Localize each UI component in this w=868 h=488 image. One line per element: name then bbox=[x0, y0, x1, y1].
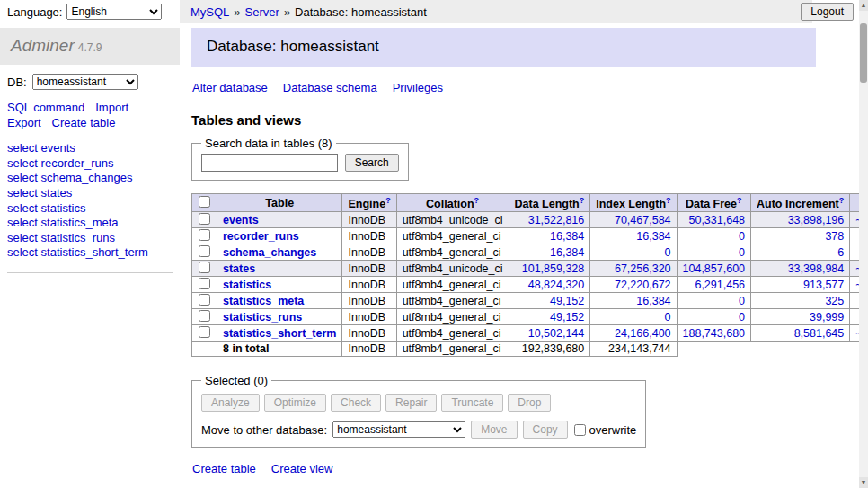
table-link-statistics[interactable]: statistics bbox=[223, 279, 271, 291]
breadcrumb-server[interactable]: Server bbox=[245, 5, 279, 19]
sidebar-select-statistics-runs[interactable]: select statistics_runs bbox=[7, 231, 173, 246]
sidebar-link-import[interactable]: Import bbox=[95, 101, 128, 114]
help-link[interactable]: ? bbox=[580, 196, 585, 205]
help-link[interactable]: ? bbox=[737, 196, 742, 205]
auto-increment-link[interactable]: 8,581,645 bbox=[794, 327, 845, 340]
link-create-table[interactable]: Create table bbox=[192, 462, 256, 475]
auto-increment-link[interactable]: 6 bbox=[837, 246, 844, 259]
sidebar-link-sql-command[interactable]: SQL command bbox=[7, 101, 84, 114]
index-length-link[interactable]: 67,256,320 bbox=[615, 262, 671, 275]
row-checkbox[interactable] bbox=[199, 310, 210, 322]
sidebar-select-statistics-meta[interactable]: select statistics_meta bbox=[7, 216, 173, 231]
index-length-link[interactable]: 0 bbox=[665, 311, 671, 324]
link-create-view[interactable]: Create view bbox=[271, 462, 333, 475]
index-length-link[interactable]: 16,384 bbox=[636, 230, 670, 243]
auto-increment-link[interactable]: 33,898,196 bbox=[788, 214, 845, 226]
help-link[interactable]: ? bbox=[474, 196, 480, 205]
index-length-link[interactable]: 70,467,584 bbox=[615, 214, 671, 226]
totals-empty-cell bbox=[192, 342, 217, 357]
help-link[interactable]: ? bbox=[385, 196, 391, 205]
move-button[interactable]: Move bbox=[471, 421, 517, 439]
auto-increment-link[interactable]: 33,398,984 bbox=[788, 262, 845, 275]
scrollbar-thumb[interactable] bbox=[860, 23, 867, 83]
data-free-link[interactable]: 6,291,456 bbox=[695, 279, 745, 291]
engine-cell: InnoDB bbox=[342, 261, 396, 277]
table-link-events[interactable]: events bbox=[223, 214, 259, 226]
table-link-states[interactable]: states bbox=[223, 262, 255, 275]
column-label: Collation bbox=[426, 198, 474, 210]
table-link-statistics-runs[interactable]: statistics_runs bbox=[223, 311, 302, 324]
copy-button[interactable]: Copy bbox=[523, 421, 568, 439]
row-checkbox[interactable] bbox=[199, 229, 210, 241]
db-select[interactable]: homeassistant bbox=[32, 74, 138, 90]
action-alter-database[interactable]: Alter database bbox=[192, 81, 268, 94]
data-length-link[interactable]: 16,384 bbox=[550, 230, 584, 243]
repair-button[interactable]: Repair bbox=[385, 394, 437, 412]
optimize-button[interactable]: Optimize bbox=[264, 394, 326, 412]
sidebar-select-recorder-runs[interactable]: select recorder_runs bbox=[7, 156, 173, 172]
data-length-cell: 101,859,328 bbox=[509, 261, 590, 277]
logout-button[interactable]: Logout bbox=[801, 3, 854, 21]
help-link[interactable]: ? bbox=[839, 196, 845, 205]
column-header-collation: Collation? bbox=[396, 194, 509, 212]
data-length-link[interactable]: 48,824,320 bbox=[528, 279, 585, 291]
data-free-link[interactable]: 104,857,600 bbox=[683, 262, 746, 275]
sidebar-select-statistics[interactable]: select statistics bbox=[7, 201, 173, 217]
table-link-statistics-meta[interactable]: statistics_meta bbox=[223, 295, 304, 307]
analyze-button[interactable]: Analyze bbox=[201, 394, 260, 412]
sidebar-select-states[interactable]: select states bbox=[7, 186, 173, 201]
truncate-button[interactable]: Truncate bbox=[441, 394, 503, 412]
select-all-checkbox[interactable] bbox=[199, 196, 210, 208]
search-input[interactable] bbox=[201, 154, 338, 172]
action-privileges[interactable]: Privileges bbox=[393, 81, 443, 94]
index-length-link[interactable]: 72,220,672 bbox=[615, 279, 671, 291]
action-database-schema[interactable]: Database schema bbox=[283, 81, 377, 94]
top-bar: Language: English MySQL » Server » Datab… bbox=[0, 0, 868, 23]
table-link-statistics-short-term[interactable]: statistics_short_term bbox=[223, 327, 336, 340]
overwrite-checkbox[interactable] bbox=[574, 424, 586, 436]
vertical-scrollbar[interactable]: ▲ ▼ bbox=[859, 0, 868, 488]
index-length-link[interactable]: 0 bbox=[665, 246, 671, 259]
sidebar-link-create-table[interactable]: Create table bbox=[52, 116, 116, 129]
table-link-recorder-runs[interactable]: recorder_runs bbox=[223, 230, 299, 243]
row-checkbox[interactable] bbox=[199, 326, 210, 338]
help-link[interactable]: ? bbox=[666, 196, 671, 205]
data-free-link[interactable]: 0 bbox=[739, 295, 745, 307]
language-select[interactable]: English bbox=[66, 4, 162, 20]
row-checkbox[interactable] bbox=[199, 294, 210, 306]
table-link-schema-changes[interactable]: schema_changes bbox=[223, 246, 316, 259]
row-checkbox[interactable] bbox=[199, 262, 210, 273]
sidebar-select-schema-changes[interactable]: select schema_changes bbox=[7, 171, 173, 186]
data-free-link[interactable]: 0 bbox=[739, 311, 745, 324]
data-length-link[interactable]: 31,522,816 bbox=[528, 214, 585, 226]
auto-increment-link[interactable]: 39,999 bbox=[810, 311, 844, 324]
row-checkbox[interactable] bbox=[199, 213, 210, 225]
row-checkbox[interactable] bbox=[199, 245, 210, 257]
data-free-link[interactable]: 0 bbox=[739, 246, 745, 259]
auto-increment-link[interactable]: 325 bbox=[825, 295, 844, 307]
data-length-link[interactable]: 49,152 bbox=[550, 295, 584, 307]
sidebar-select-statistics-short-term[interactable]: select statistics_short_term bbox=[7, 245, 173, 261]
scroll-up-arrow[interactable]: ▲ bbox=[859, 0, 868, 11]
auto-increment-cell: 913,577 bbox=[751, 277, 850, 293]
check-button[interactable]: Check bbox=[331, 394, 381, 412]
drop-button[interactable]: Drop bbox=[508, 394, 551, 412]
data-length-link[interactable]: 101,859,328 bbox=[522, 262, 585, 275]
search-button[interactable]: Search bbox=[345, 154, 399, 172]
data-length-link[interactable]: 10,502,144 bbox=[528, 327, 585, 340]
data-free-link[interactable]: 50,331,648 bbox=[688, 214, 745, 226]
data-length-link[interactable]: 16,384 bbox=[550, 246, 584, 259]
auto-increment-link[interactable]: 378 bbox=[825, 230, 844, 243]
data-free-link[interactable]: 188,743,680 bbox=[683, 327, 746, 340]
index-length-link[interactable]: 24,166,400 bbox=[615, 327, 671, 340]
sidebar-select-events[interactable]: select events bbox=[7, 141, 173, 156]
row-checkbox[interactable] bbox=[199, 278, 210, 289]
move-db-select[interactable]: homeassistant bbox=[332, 421, 465, 438]
data-free-link[interactable]: 0 bbox=[739, 230, 745, 243]
auto-increment-link[interactable]: 913,577 bbox=[803, 279, 844, 291]
scroll-down-arrow[interactable]: ▼ bbox=[859, 477, 868, 488]
sidebar-link-export[interactable]: Export bbox=[7, 116, 41, 129]
index-length-link[interactable]: 16,384 bbox=[636, 295, 670, 307]
data-length-link[interactable]: 49,152 bbox=[550, 311, 584, 324]
breadcrumb-mysql[interactable]: MySQL bbox=[190, 5, 229, 19]
